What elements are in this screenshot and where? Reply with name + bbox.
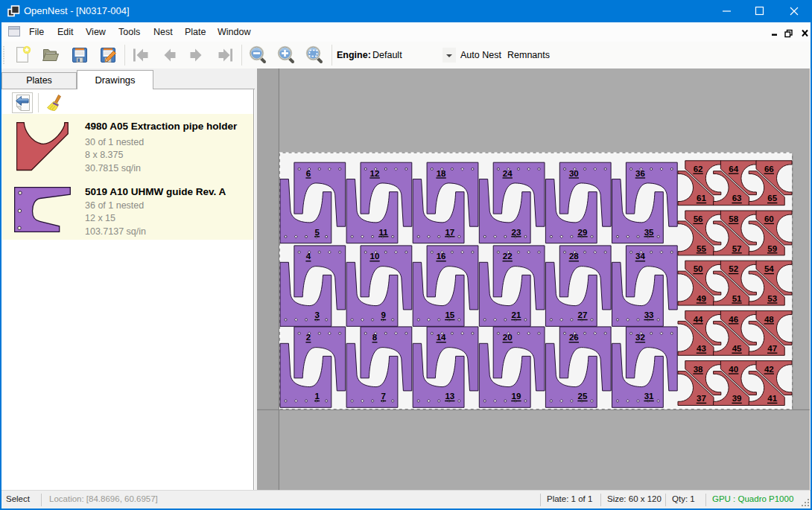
svg-text:33: 33 [644, 310, 654, 319]
svg-text:6: 6 [306, 169, 311, 178]
svg-text:53: 53 [767, 294, 777, 303]
svg-text:26: 26 [569, 334, 579, 342]
svg-text:49: 49 [697, 294, 706, 303]
svg-text:31: 31 [644, 392, 654, 401]
svg-text:3: 3 [314, 310, 319, 319]
svg-text:37: 37 [697, 394, 706, 403]
svg-text:58: 58 [729, 214, 738, 223]
svg-text:17: 17 [445, 228, 454, 237]
svg-text:20: 20 [503, 334, 513, 342]
svg-text:48: 48 [764, 315, 774, 324]
svg-text:50: 50 [694, 264, 703, 273]
svg-text:65: 65 [767, 194, 777, 203]
svg-text:39: 39 [732, 394, 742, 403]
svg-text:10: 10 [370, 252, 380, 261]
svg-text:19: 19 [512, 392, 521, 401]
svg-text:45: 45 [732, 344, 742, 353]
svg-text:66: 66 [764, 165, 774, 173]
svg-text:23: 23 [512, 228, 521, 237]
svg-text:16: 16 [437, 252, 446, 261]
svg-text:47: 47 [767, 344, 777, 353]
svg-text:64: 64 [729, 165, 738, 173]
svg-text:22: 22 [503, 252, 513, 261]
svg-text:5: 5 [314, 228, 320, 237]
svg-text:15: 15 [445, 310, 454, 319]
svg-text:2: 2 [306, 334, 311, 342]
svg-text:11: 11 [379, 228, 389, 237]
svg-text:60: 60 [764, 214, 774, 223]
svg-text:57: 57 [732, 244, 742, 253]
svg-text:55: 55 [697, 244, 706, 253]
svg-text:27: 27 [578, 310, 588, 319]
svg-text:34: 34 [635, 252, 645, 261]
svg-text:9: 9 [381, 310, 385, 319]
svg-text:30: 30 [569, 169, 579, 178]
svg-text:1: 1 [314, 392, 320, 401]
svg-text:62: 62 [694, 165, 703, 173]
svg-text:21: 21 [512, 310, 521, 319]
svg-text:51: 51 [732, 294, 742, 303]
svg-text:41: 41 [767, 394, 777, 403]
svg-text:42: 42 [764, 365, 774, 374]
svg-text:35: 35 [644, 228, 654, 237]
svg-text:54: 54 [764, 264, 774, 273]
svg-text:44: 44 [694, 315, 703, 324]
svg-text:29: 29 [578, 228, 588, 237]
svg-text:28: 28 [569, 252, 579, 261]
svg-text:32: 32 [635, 334, 645, 342]
svg-text:13: 13 [445, 392, 454, 401]
svg-text:63: 63 [732, 194, 742, 203]
svg-text:4: 4 [306, 252, 311, 261]
svg-text:12: 12 [370, 169, 380, 178]
svg-text:56: 56 [694, 214, 703, 223]
svg-text:8: 8 [372, 334, 378, 342]
svg-text:25: 25 [578, 392, 588, 401]
svg-text:52: 52 [729, 264, 738, 273]
svg-text:46: 46 [729, 315, 738, 324]
svg-text:43: 43 [697, 344, 706, 353]
svg-text:61: 61 [697, 194, 706, 203]
svg-text:59: 59 [767, 244, 777, 253]
svg-text:40: 40 [729, 365, 738, 374]
svg-text:14: 14 [437, 334, 446, 342]
svg-text:36: 36 [635, 169, 645, 178]
svg-text:18: 18 [437, 169, 446, 178]
svg-text:24: 24 [503, 169, 513, 178]
svg-text:7: 7 [381, 392, 385, 401]
svg-text:38: 38 [694, 365, 703, 374]
